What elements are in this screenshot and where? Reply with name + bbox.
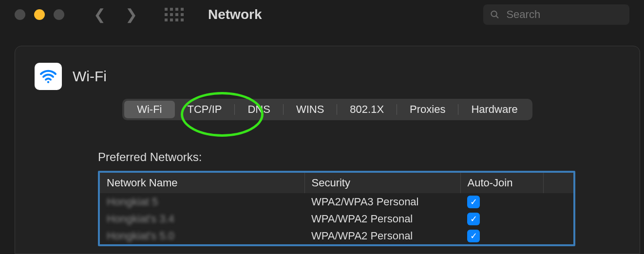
- network-name-redacted: Hongkiat's 5.0: [107, 230, 174, 242]
- tab-hardware[interactable]: Hardware: [458, 101, 530, 118]
- network-panel: Wi-Fi Wi-Fi TCP/IP DNS WINS 802.1X Proxi…: [15, 46, 640, 254]
- search-field[interactable]: [483, 4, 629, 25]
- back-button[interactable]: ❮: [94, 7, 106, 22]
- svg-point-0: [491, 11, 496, 17]
- forward-button[interactable]: ❯: [125, 7, 137, 22]
- tab-dns[interactable]: DNS: [235, 101, 283, 118]
- window-title: Network: [208, 7, 262, 22]
- tab-proxies[interactable]: Proxies: [397, 101, 458, 118]
- col-network-name[interactable]: Network Name: [100, 173, 304, 193]
- svg-line-1: [496, 16, 498, 18]
- auto-join-checkbox[interactable]: ✓: [467, 213, 480, 225]
- minimize-window-button[interactable]: [34, 9, 45, 20]
- col-auto-join[interactable]: Auto-Join: [460, 173, 543, 193]
- window-titlebar: ❮ ❯ Network: [0, 0, 644, 29]
- network-name-redacted: Hongkiat 5: [107, 196, 158, 208]
- auto-join-checkbox[interactable]: ✓: [467, 196, 480, 208]
- tab-8021x[interactable]: 802.1X: [337, 101, 397, 118]
- maximize-window-button[interactable]: [54, 9, 64, 20]
- preferred-networks-table[interactable]: Network Name Security Auto-Join Hongkiat…: [98, 171, 575, 246]
- tab-wifi[interactable]: Wi-Fi: [124, 101, 174, 118]
- table-row[interactable]: Hongkiat 5 WPA2/WPA3 Personal ✓: [100, 193, 573, 210]
- tab-tcpip[interactable]: TCP/IP: [175, 101, 235, 118]
- network-name-redacted: Hongkiat's 3.4: [107, 213, 174, 225]
- close-window-button[interactable]: [15, 9, 25, 20]
- security-value: WPA2/WPA3 Personal: [304, 193, 460, 210]
- preferred-networks-label: Preferred Networks:: [98, 150, 620, 164]
- table-row[interactable]: Hongkiat's 5.0 WPA/WPA2 Personal ✓: [100, 227, 573, 244]
- table-row[interactable]: Hongkiat's 3.4 WPA/WPA2 Personal ✓: [100, 210, 573, 227]
- search-input[interactable]: [505, 8, 623, 21]
- security-value: WPA/WPA2 Personal: [304, 210, 460, 227]
- nav-arrows: ❮ ❯: [94, 7, 137, 22]
- panel-title: Wi-Fi: [73, 68, 107, 85]
- svg-point-2: [47, 81, 49, 83]
- wifi-icon: [35, 63, 62, 90]
- window-controls: [15, 9, 64, 20]
- tab-wins[interactable]: WINS: [284, 101, 337, 118]
- settings-tabs: Wi-Fi TCP/IP DNS WINS 802.1X Proxies Har…: [122, 99, 532, 120]
- security-value: WPA/WPA2 Personal: [304, 227, 460, 244]
- auto-join-checkbox[interactable]: ✓: [467, 230, 480, 242]
- col-security[interactable]: Security: [304, 173, 460, 193]
- show-all-button[interactable]: [165, 8, 184, 21]
- search-icon: [490, 9, 499, 20]
